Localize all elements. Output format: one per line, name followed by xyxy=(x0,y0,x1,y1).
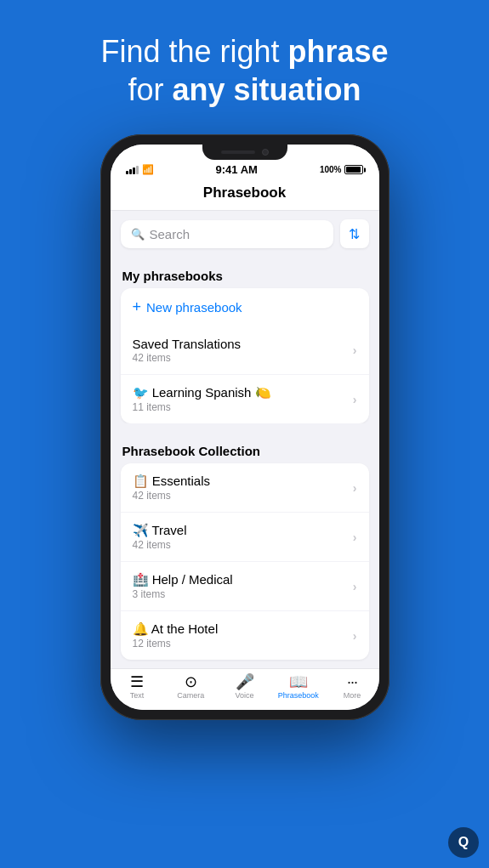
status-left: 📶 xyxy=(126,164,154,175)
microphone-icon: 🎤 xyxy=(236,674,254,689)
hotel-title: 🔔 At the Hotel xyxy=(133,621,353,637)
chevron-right-icon: › xyxy=(353,481,357,495)
hero-section: Find the right phrase for any situation xyxy=(0,0,489,126)
essentials-title: 📋 Essentials xyxy=(133,474,353,489)
chevron-right-icon: › xyxy=(353,393,357,406)
hero-text-2: for xyxy=(128,72,172,107)
wifi-icon: 📶 xyxy=(142,164,154,175)
my-phrasebooks-header: My phrasebooks xyxy=(111,257,379,288)
travel-title: ✈️ Travel xyxy=(133,523,353,538)
search-area: 🔍 Search ⇅ xyxy=(111,211,379,257)
nav-title-text: Phrasebook xyxy=(203,184,286,201)
travel-subtitle: 42 items xyxy=(133,539,353,551)
hotel-subtitle: 12 items xyxy=(133,638,353,650)
collection-card: 📋 Essentials 42 items › ✈️ Travel 42 ite… xyxy=(121,463,369,660)
status-time: 9:41 AM xyxy=(216,163,258,176)
phrasebook-icon: 📖 xyxy=(289,674,308,689)
tab-camera-label: Camera xyxy=(177,691,204,700)
chevron-right-icon: › xyxy=(353,580,357,593)
text-icon: ☰ xyxy=(130,674,144,689)
list-item[interactable]: 📋 Essentials 42 items › xyxy=(121,463,369,512)
tab-text-label: Text xyxy=(130,691,145,700)
search-icon: 🔍 xyxy=(131,228,145,241)
hero-bold-2: any situation xyxy=(172,72,361,107)
medical-content: 🏥 Help / Medical 3 items xyxy=(133,572,353,600)
new-phrasebook-label: New phrasebook xyxy=(146,300,242,315)
phone-body: 📶 9:41 AM 100% Phrasebook 🔍 Search xyxy=(100,134,389,720)
battery-percent: 100% xyxy=(320,165,342,174)
tab-phrasebook[interactable]: 📖 Phrasebook xyxy=(271,674,325,700)
chevron-right-icon: › xyxy=(353,530,357,544)
saved-translations-subtitle: 42 items xyxy=(133,352,353,364)
tab-more-label: More xyxy=(344,691,361,700)
nav-title: Phrasebook xyxy=(111,179,379,211)
tab-phrasebook-label: Phrasebook xyxy=(278,691,319,700)
camera-icon: ⊙ xyxy=(185,674,197,689)
saved-translations-title: Saved Translations xyxy=(133,337,353,351)
watermark: Q xyxy=(448,827,479,858)
chevron-right-icon: › xyxy=(353,343,357,357)
medical-title: 🏥 Help / Medical xyxy=(133,572,353,587)
tab-voice-label: Voice xyxy=(235,691,253,700)
hero-title: Find the right phrase for any situation xyxy=(26,32,463,109)
list-item[interactable]: 🔔 At the Hotel 12 items › xyxy=(121,610,369,660)
spacer xyxy=(111,423,379,432)
signal-icon xyxy=(126,166,139,174)
learning-spanish-subtitle: 11 items xyxy=(133,401,353,413)
tab-more[interactable]: ··· More xyxy=(325,674,378,700)
phone-screen: 📶 9:41 AM 100% Phrasebook 🔍 Search xyxy=(111,145,379,710)
saved-translations-content: Saved Translations 42 items xyxy=(133,337,353,364)
collection-header: Phrasebook Collection xyxy=(111,432,379,463)
list-item[interactable]: 🐦 Learning Spanish 🍋 11 items › xyxy=(121,374,369,423)
phone-mockup: 📶 9:41 AM 100% Phrasebook 🔍 Search xyxy=(0,134,489,720)
new-phrasebook-button[interactable]: + New phrasebook xyxy=(121,288,369,326)
battery-icon xyxy=(344,165,363,174)
learning-spanish-content: 🐦 Learning Spanish 🍋 11 items xyxy=(133,385,353,413)
learning-spanish-title: 🐦 Learning Spanish 🍋 xyxy=(133,385,353,400)
plus-icon: + xyxy=(133,298,142,316)
more-icon: ··· xyxy=(347,674,357,689)
sort-button[interactable]: ⇅ xyxy=(340,219,369,248)
camera-notch xyxy=(202,145,287,160)
medical-subtitle: 3 items xyxy=(133,588,353,600)
tab-text[interactable]: ☰ Text xyxy=(111,674,164,700)
hero-text-1: Find the right xyxy=(100,34,287,69)
essentials-subtitle: 42 items xyxy=(133,490,353,502)
status-right: 100% xyxy=(320,165,364,174)
chevron-right-icon: › xyxy=(353,629,357,643)
search-placeholder: Search xyxy=(150,227,190,241)
my-phrasebooks-card: + New phrasebook Saved Translations 42 i… xyxy=(121,288,369,423)
list-item[interactable]: ✈️ Travel 42 items › xyxy=(121,512,369,561)
list-item[interactable]: Saved Translations 42 items › xyxy=(121,326,369,374)
hero-bold-1: phrase xyxy=(288,34,389,69)
front-camera xyxy=(262,149,269,156)
tab-bar: ☰ Text ⊙ Camera 🎤 Voice 📖 Phrasebook ··· xyxy=(111,668,379,710)
search-input-wrap[interactable]: 🔍 Search xyxy=(121,220,333,248)
travel-content: ✈️ Travel 42 items xyxy=(133,523,353,551)
speaker xyxy=(221,150,255,154)
tab-voice[interactable]: 🎤 Voice xyxy=(218,674,271,700)
hotel-content: 🔔 At the Hotel 12 items xyxy=(133,621,353,650)
tab-camera[interactable]: ⊙ Camera xyxy=(164,674,218,700)
essentials-content: 📋 Essentials 42 items xyxy=(133,474,353,502)
list-item[interactable]: 🏥 Help / Medical 3 items › xyxy=(121,561,369,610)
